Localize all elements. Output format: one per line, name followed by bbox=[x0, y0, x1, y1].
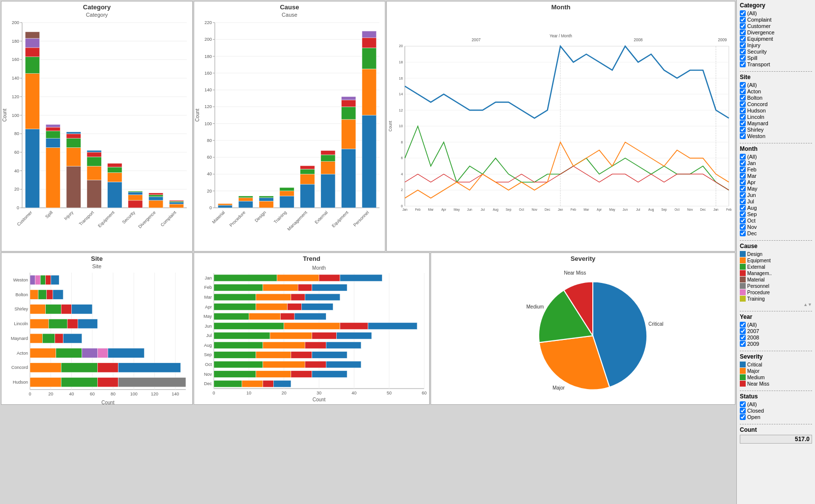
sidebar-checkbox[interactable] bbox=[740, 167, 746, 172]
sidebar-checkbox[interactable] bbox=[740, 160, 746, 166]
severity-color-box bbox=[740, 374, 746, 380]
sidebar-item[interactable]: Acton bbox=[740, 88, 812, 94]
svg-text:100: 100 bbox=[12, 113, 19, 118]
sidebar-item[interactable]: Apr bbox=[740, 179, 812, 185]
sidebar-checkbox[interactable] bbox=[740, 61, 746, 67]
sidebar-item[interactable]: Maynard bbox=[740, 120, 812, 126]
sidebar-checkbox[interactable] bbox=[740, 224, 746, 230]
sidebar-checkbox[interactable] bbox=[740, 154, 746, 160]
sidebar-checkbox[interactable] bbox=[740, 401, 746, 407]
sidebar-checkbox[interactable] bbox=[740, 88, 746, 94]
sidebar-checkbox[interactable] bbox=[740, 186, 746, 192]
sidebar-item[interactable]: Open bbox=[740, 414, 812, 420]
sidebar-item[interactable]: Aug bbox=[740, 205, 812, 211]
sidebar-checkbox[interactable] bbox=[740, 49, 746, 55]
sidebar-item[interactable]: Nov bbox=[740, 224, 812, 230]
sidebar-checkbox[interactable] bbox=[740, 408, 746, 414]
sidebar-label: May bbox=[747, 186, 757, 192]
sidebar-checkbox[interactable] bbox=[740, 10, 746, 16]
sidebar-checkbox[interactable] bbox=[740, 205, 746, 211]
sidebar-item[interactable]: Jul bbox=[740, 198, 812, 204]
sidebar-item[interactable]: Equipment bbox=[740, 36, 812, 42]
sidebar-checkbox[interactable] bbox=[740, 218, 746, 224]
sidebar-item[interactable]: 2009 bbox=[740, 341, 812, 347]
sidebar-item[interactable]: Spill bbox=[740, 55, 812, 61]
svg-text:18: 18 bbox=[399, 60, 403, 64]
sidebar-label: Customer bbox=[747, 23, 771, 29]
sidebar-item[interactable]: Oct bbox=[740, 218, 812, 224]
sidebar-item[interactable]: (All) bbox=[740, 154, 812, 160]
sidebar-checkbox[interactable] bbox=[740, 42, 746, 48]
sidebar-checkbox[interactable] bbox=[740, 341, 746, 347]
sidebar-item[interactable]: (All) bbox=[740, 10, 812, 16]
sidebar-item[interactable]: (All) bbox=[740, 322, 812, 328]
sidebar-item[interactable]: Hudson bbox=[740, 108, 812, 113]
svg-rect-240 bbox=[38, 290, 47, 299]
sidebar-checkbox[interactable] bbox=[740, 108, 746, 113]
sidebar-item[interactable]: Customer bbox=[740, 23, 812, 29]
sidebar-checkbox[interactable] bbox=[740, 179, 746, 185]
sidebar-checkbox[interactable] bbox=[740, 120, 746, 126]
sidebar-checkbox[interactable] bbox=[740, 322, 746, 328]
sidebar-checkbox[interactable] bbox=[740, 173, 746, 179]
sidebar-item[interactable]: 2007 bbox=[740, 328, 812, 334]
svg-text:Dec: Dec bbox=[545, 208, 551, 211]
severity-legend-label: Near Miss bbox=[747, 381, 769, 387]
year-items: (All)200720082009 bbox=[740, 322, 812, 347]
svg-rect-313 bbox=[214, 313, 249, 320]
site-items: (All)ActonBoltonConcordHudsonLincolnMayn… bbox=[740, 82, 812, 139]
sidebar-checkbox[interactable] bbox=[740, 55, 746, 61]
svg-rect-52 bbox=[66, 134, 81, 138]
sidebar-checkbox[interactable] bbox=[740, 82, 746, 88]
sidebar-label: Spill bbox=[747, 55, 757, 61]
sidebar-item[interactable]: Sep bbox=[740, 211, 812, 217]
sidebar-checkbox[interactable] bbox=[740, 101, 746, 107]
sidebar-item[interactable]: Complaint bbox=[740, 17, 812, 23]
svg-rect-47 bbox=[46, 124, 60, 127]
svg-text:Transport: Transport bbox=[78, 210, 95, 226]
sidebar-item[interactable]: (All) bbox=[740, 401, 812, 407]
sidebar-checkbox[interactable] bbox=[740, 211, 746, 217]
sidebar-item[interactable]: Bolton bbox=[740, 95, 812, 101]
sidebar-item[interactable]: Security bbox=[740, 49, 812, 55]
sidebar-checkbox[interactable] bbox=[740, 133, 746, 139]
svg-text:16: 16 bbox=[399, 76, 403, 81]
sidebar-checkbox[interactable] bbox=[740, 328, 746, 334]
sidebar-checkbox[interactable] bbox=[740, 36, 746, 42]
cause-legend-item: Equipment bbox=[740, 257, 812, 263]
sidebar-item[interactable]: Jun bbox=[740, 192, 812, 198]
sidebar-checkbox[interactable] bbox=[740, 23, 746, 29]
sidebar-item[interactable]: 2008 bbox=[740, 335, 812, 340]
sidebar-checkbox[interactable] bbox=[740, 114, 746, 120]
svg-rect-250 bbox=[49, 319, 67, 328]
sidebar-checkbox[interactable] bbox=[740, 335, 746, 340]
sidebar-item[interactable]: Feb bbox=[740, 167, 812, 172]
cause-scroll[interactable]: ▲▼ bbox=[740, 302, 812, 307]
sidebar-checkbox[interactable] bbox=[740, 17, 746, 23]
sidebar-checkbox[interactable] bbox=[740, 414, 746, 420]
sidebar-item[interactable]: Mar bbox=[740, 173, 812, 179]
sidebar-item[interactable]: May bbox=[740, 186, 812, 192]
sidebar-label: (All) bbox=[747, 10, 757, 16]
sidebar-item[interactable]: (All) bbox=[740, 82, 812, 88]
sidebar-checkbox[interactable] bbox=[740, 127, 746, 133]
sidebar-item[interactable]: Dec bbox=[740, 230, 812, 236]
sidebar-item[interactable]: Jan bbox=[740, 160, 812, 166]
sidebar-checkbox[interactable] bbox=[740, 95, 746, 101]
severity-legend-item: Critical bbox=[740, 362, 812, 367]
sidebar-item[interactable]: Injury bbox=[740, 42, 812, 48]
sidebar-item[interactable]: Closed bbox=[740, 408, 812, 414]
sidebar-item[interactable]: Divergence bbox=[740, 29, 812, 35]
sidebar-item[interactable]: Concord bbox=[740, 101, 812, 107]
cause-legend-label: Equipment bbox=[747, 258, 771, 263]
sidebar-item[interactable]: Transport bbox=[740, 61, 812, 67]
sidebar-item[interactable]: Lincoln bbox=[740, 114, 812, 120]
sidebar-item[interactable]: Shirley bbox=[740, 127, 812, 133]
sidebar-checkbox[interactable] bbox=[740, 230, 746, 236]
svg-rect-304 bbox=[256, 294, 291, 301]
sidebar-item[interactable]: Weston bbox=[740, 133, 812, 139]
status-section: Status (All)ClosedOpen bbox=[740, 393, 812, 420]
sidebar-checkbox[interactable] bbox=[740, 29, 746, 35]
sidebar-checkbox[interactable] bbox=[740, 192, 746, 198]
sidebar-checkbox[interactable] bbox=[740, 198, 746, 204]
